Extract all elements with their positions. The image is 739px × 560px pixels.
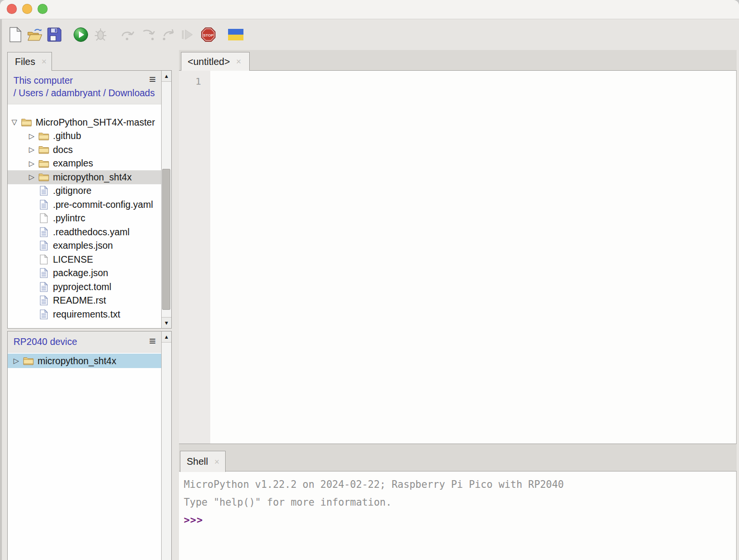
device-menu-icon[interactable]: ≡ [149, 335, 156, 347]
zoom-window-button[interactable] [38, 4, 48, 14]
files-panel: This computer / Users / adambryant / Dow… [7, 70, 172, 329]
stop-restart-button[interactable]: STOP [199, 25, 217, 44]
code-text-area[interactable] [210, 71, 736, 444]
files-tab-label: Files [15, 56, 35, 67]
file-lines-icon [39, 241, 48, 251]
minimize-window-button[interactable] [22, 4, 32, 14]
run-play-icon [73, 27, 89, 42]
new-file-button[interactable] [6, 25, 25, 44]
step-over-button[interactable] [118, 25, 137, 44]
file-plain-icon [39, 255, 48, 265]
breadcrumb-path[interactable]: / Users / adambryant / Downloads [13, 87, 155, 100]
shell-tab-close-icon[interactable]: × [214, 458, 219, 466]
folder-icon [38, 145, 49, 154]
file-lines-icon [39, 186, 48, 196]
tab-untitled-editor[interactable]: <untitled> × [181, 52, 250, 71]
tree-row[interactable]: ▷ docs [8, 143, 161, 157]
line-number-gutter: 1 [179, 71, 210, 444]
file-lines-icon [39, 227, 48, 237]
shell-tab-label: Shell [187, 456, 208, 467]
save-file-button[interactable] [45, 25, 64, 44]
device-scrollbar[interactable]: ▲ [161, 331, 171, 560]
device-panel-title: RP2040 device [13, 336, 77, 347]
files-scrollbar[interactable]: ▲ ▼ [161, 71, 171, 328]
tree-row-label: requirements.txt [53, 309, 120, 320]
scroll-down-icon[interactable]: ▼ [162, 317, 171, 328]
this-computer-link[interactable]: This computer [13, 75, 155, 87]
shell-tab-row [179, 444, 737, 471]
tree-row[interactable]: examples.json [8, 239, 161, 253]
resume-icon [180, 28, 194, 41]
tree-row[interactable]: ▷ .github [8, 129, 161, 143]
tree-row-label: .readthedocs.yaml [53, 227, 129, 238]
folder-icon [23, 356, 34, 365]
debug-bug-icon [94, 27, 107, 42]
stop-sign-icon: STOP [201, 27, 216, 42]
expander-closed-icon[interactable]: ▷ [29, 145, 38, 154]
files-menu-icon[interactable]: ≡ [149, 74, 156, 85]
scroll-up-icon[interactable]: ▲ [162, 331, 171, 343]
file-lines-icon [39, 282, 48, 292]
tree-row-selected[interactable]: ▷ micropython_sht4x [8, 170, 161, 184]
scroll-up-icon[interactable]: ▲ [162, 71, 171, 82]
run-script-button[interactable] [72, 25, 90, 44]
tree-row[interactable]: requirements.txt [8, 307, 161, 321]
tree-row-label: .pylintrc [53, 213, 85, 224]
folder-icon [38, 173, 49, 181]
code-editor[interactable]: 1 [179, 71, 737, 444]
tree-row[interactable]: LICENSE [8, 253, 161, 267]
ukraine-flag-button[interactable] [227, 25, 245, 44]
editor-tab-close-icon[interactable]: × [236, 57, 242, 66]
expander-closed-icon[interactable]: ▷ [13, 356, 23, 365]
files-tab-close-icon[interactable]: × [41, 57, 47, 66]
tree-row[interactable]: .gitignore [8, 184, 161, 198]
close-window-button[interactable] [7, 4, 17, 14]
tree-row[interactable]: ▷ examples [8, 157, 161, 171]
tab-shell[interactable]: Shell × [180, 451, 226, 472]
editor-tab-label: <untitled> [188, 56, 230, 67]
tree-row-label: MicroPython_SHT4X-master [36, 117, 155, 128]
new-file-icon [9, 27, 22, 42]
expander-closed-icon[interactable]: ▷ [29, 132, 38, 140]
tree-row-label: .github [53, 130, 81, 141]
line-number: 1 [179, 71, 210, 87]
save-floppy-icon [47, 27, 62, 42]
folder-icon [21, 118, 32, 127]
expander-closed-icon[interactable]: ▷ [29, 159, 38, 168]
resume-button[interactable] [178, 25, 196, 44]
shell-banner-line: MicroPython v1.22.2 on 2024-02-22; Raspb… [184, 476, 731, 494]
step-out-icon [161, 28, 175, 41]
title-bar [0, 0, 739, 19]
step-into-icon [141, 28, 156, 41]
expander-closed-icon[interactable]: ▷ [29, 173, 38, 181]
toolbar: STOP [0, 19, 739, 50]
file-lines-icon [39, 309, 48, 319]
open-file-button[interactable] [25, 25, 44, 44]
device-tree: ▷ micropython_sht4x [8, 354, 161, 560]
svg-text:STOP: STOP [203, 33, 214, 38]
device-tree-row-selected[interactable]: ▷ micropython_sht4x [8, 354, 161, 368]
tree-row[interactable]: README.rst [8, 294, 161, 308]
tree-row[interactable]: package.json [8, 267, 161, 280]
tree-row-label: pyproject.toml [53, 281, 111, 293]
folder-icon [38, 132, 49, 140]
tree-row[interactable]: .readthedocs.yaml [8, 225, 161, 239]
shell-prompt: >>> [184, 511, 731, 529]
scroll-thumb[interactable] [162, 169, 170, 310]
tree-row-label: micropython_sht4x [53, 172, 132, 183]
expander-open-icon[interactable]: ▽ [12, 118, 21, 127]
debug-script-button[interactable] [91, 25, 110, 44]
tree-row-label: README.rst [53, 295, 106, 306]
files-panel-header: This computer / Users / adambryant / Dow… [8, 71, 171, 104]
tree-row[interactable]: ▽ MicroPython_SHT4X-master [8, 115, 161, 129]
step-into-button[interactable] [140, 25, 158, 44]
shell-output-area[interactable]: MicroPython v1.22.2 on 2024-02-22; Raspb… [179, 471, 737, 560]
tab-files[interactable]: Files × [7, 52, 52, 71]
device-panel-header: RP2040 device ≡ [8, 331, 171, 353]
tree-row[interactable]: pyproject.toml [8, 280, 161, 294]
tree-row-label: examples [53, 158, 93, 169]
tree-row[interactable]: .pre-commit-config.yaml [8, 198, 161, 212]
tree-row[interactable]: .pylintrc [8, 212, 161, 226]
step-out-button[interactable] [159, 25, 177, 44]
tree-row-label: .gitignore [53, 185, 91, 196]
